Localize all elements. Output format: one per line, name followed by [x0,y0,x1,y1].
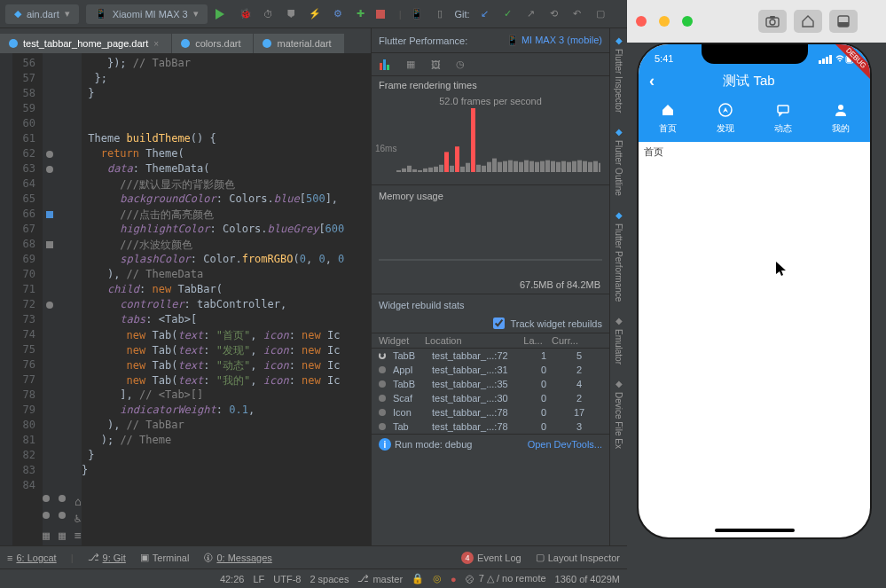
debug-icon[interactable]: 🐞 [238,8,254,20]
screenshot-icon[interactable] [758,10,787,33]
lock-icon[interactable]: 🔒 [412,573,424,584]
svg-rect-17 [439,165,443,172]
svg-rect-46 [593,161,598,172]
svg-rect-33 [524,161,529,172]
svg-rect-2 [770,16,775,19]
memory-indicator[interactable]: 1360 of 4029M [555,574,620,584]
undo-icon[interactable]: ↶ [569,8,585,20]
attach-icon[interactable]: ⚙ [330,8,346,20]
side-tool-device-file-ex[interactable]: ◆Device File Ex [612,372,625,456]
profile-icon[interactable]: ⏱ [261,9,277,20]
svg-rect-27 [492,159,497,172]
col-location[interactable]: Location [425,335,517,346]
phone-title: 测试 Tab [655,73,843,90]
editor-area[interactable]: 5657585960616263646566676869707172737475… [0,53,371,545]
col-widget[interactable]: Widget [379,335,425,346]
device-icon[interactable]: 📱 [409,8,425,20]
run-mode: iRun mode: debug [379,438,472,451]
table-row[interactable]: TabBtest_tabbar_...:7215 [372,349,609,363]
table-row[interactable]: Icontest_tabbar_...:78017 [372,405,609,419]
phone-tab-home[interactable]: 首页 [639,103,696,135]
indent[interactable]: 2 spaces [310,574,349,584]
side-tool-flutter-performance[interactable]: ◆Flutter Performance [612,203,625,309]
event-log-button[interactable]: 4 Event Log [461,552,521,564]
person-icon [834,103,848,120]
git-history-icon[interactable]: ⟲ [546,8,562,20]
col-last[interactable]: La... [517,335,549,346]
perf-image-icon[interactable]: 🖼 [428,58,443,72]
phone-tab-explore[interactable]: 发现 [696,103,754,135]
file-tab[interactable]: colors.dart [172,34,254,53]
run-config[interactable]: ◆ain.dart▾ [5,4,79,24]
git-push-icon[interactable]: ↗ [523,8,539,20]
perf-device[interactable]: 📱 MI MAX 3 (mobile) [506,35,602,46]
svg-rect-48 [379,259,602,261]
git-pull-icon[interactable]: ↙ [477,8,493,20]
svg-rect-24 [476,165,481,172]
encoding[interactable]: UTF-8 [273,574,301,584]
svg-rect-32 [519,162,523,172]
svg-rect-56 [778,106,788,113]
home-icon[interactable] [794,10,822,33]
stop-icon[interactable] [376,10,392,19]
table-row[interactable]: Scaftest_tabbar_...:3002 [372,391,609,405]
side-tool-flutter-inspector[interactable]: ◆Flutter Inspector [612,28,625,120]
svg-rect-5 [376,10,385,19]
side-tool-flutter-outline[interactable]: ◆Flutter Outline [612,120,625,203]
record-icon[interactable] [829,10,858,33]
col-current[interactable]: Curr... [549,335,581,346]
git-commit-icon[interactable]: ✓ [500,8,516,20]
svg-rect-23 [471,108,475,172]
perf-paint-icon[interactable]: ▦ [404,58,418,72]
table-row[interactable]: TabBtest_tabbar_...:3504 [372,377,609,391]
svg-rect-39 [556,162,561,172]
device-select[interactable]: 📱Xiaomi MI MAX 3▾ [86,4,208,24]
svg-rect-26 [487,162,491,172]
phone-tabs: 首页发现动态我的 [639,98,870,142]
code-lines[interactable]: }); // TabBar }; } Theme buildTheme() { … [82,53,371,545]
git-branch[interactable]: ⎇ master [357,573,403,584]
widget-table: Widget Location La... Curr... TabBtest_t… [372,333,609,434]
simulator-chrome [625,0,886,43]
hot-reload-icon[interactable]: ⚡ [307,8,323,20]
ring-icon[interactable]: ◎ [433,573,442,584]
frame-label: Frame rendering times [372,76,609,94]
dot-icon[interactable]: ● [451,574,457,584]
line-sep[interactable]: LF [253,574,264,584]
phone-tab-person[interactable]: 我的 [812,103,870,135]
more-icon[interactable]: ▢ [592,8,608,20]
side-tool-emulator[interactable]: ◆Emulator [612,309,625,372]
memory-chart [379,210,602,263]
frame-chart [380,108,600,179]
perf-bars-icon[interactable] [379,58,393,72]
open-devtools-link[interactable]: Open DevTools... [528,439,602,450]
messages-button[interactable]: 🛈 0: Messages [203,553,271,563]
analyze-status[interactable]: ⛒ 7 △ / no remote [466,573,546,584]
phone-tab-chat[interactable]: 动态 [755,103,812,135]
perf-clock-icon[interactable]: ◷ [453,58,467,72]
run-icon[interactable] [215,9,231,20]
track-rebuilds-checkbox[interactable]: Track widget rebuilds [372,314,609,333]
git-button[interactable]: ⎇ 9: Git [88,552,126,563]
table-row[interactable]: AppItest_tabbar_...:3102 [372,363,609,377]
home-indicator[interactable] [715,529,795,532]
svg-rect-31 [514,161,518,172]
table-row[interactable]: Tabtest_tabbar_...:7803 [372,419,609,434]
svg-rect-51 [826,57,828,64]
explore-icon [718,103,733,120]
layout-inspector-button[interactable]: ▢ Layout Inspector [536,552,620,563]
file-tab[interactable]: test_tabbar_home_page.dart × [0,34,172,53]
svg-rect-12 [412,169,417,172]
avd-icon[interactable]: ▯ [432,8,448,20]
svg-rect-21 [460,167,465,172]
terminal-button[interactable]: ▣ Terminal [140,552,190,563]
file-tab[interactable]: material.dart [254,34,344,53]
flutter-icon[interactable]: ✚ [353,8,369,20]
svg-rect-35 [535,162,539,172]
svg-rect-29 [503,161,507,172]
zoom-window-icon[interactable] [682,16,693,27]
minimize-window-icon[interactable] [659,16,670,27]
coverage-icon[interactable]: ⛊ [284,9,300,20]
close-window-icon[interactable] [636,16,647,27]
logcat-button[interactable]: ≡ 6: Logcat [7,553,57,563]
